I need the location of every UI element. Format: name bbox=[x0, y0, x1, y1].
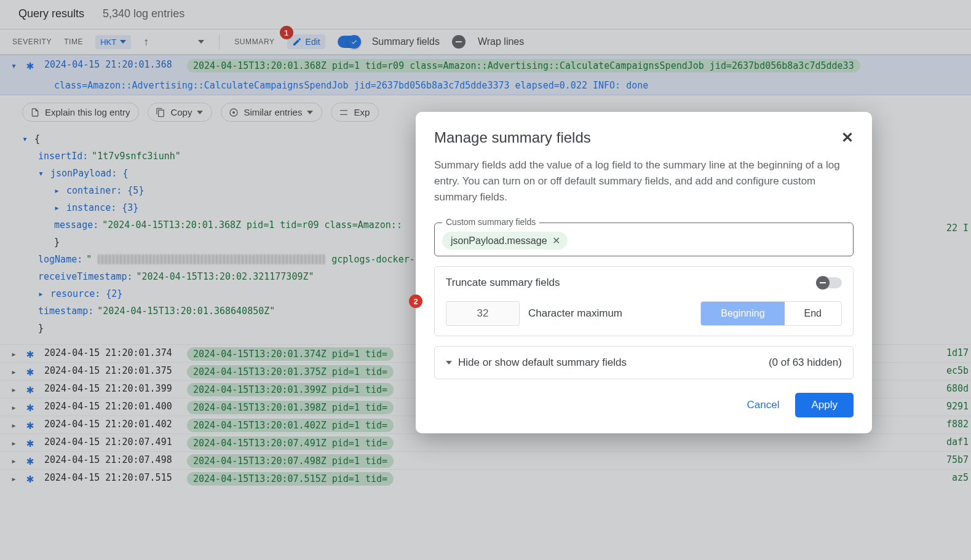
severity-info-icon: ✱ bbox=[25, 365, 36, 376]
step-badge-2: 2 bbox=[409, 294, 422, 308]
copy-button[interactable]: Copy bbox=[148, 103, 212, 122]
expand-button[interactable]: Exp bbox=[331, 103, 379, 122]
expand-row-icon[interactable] bbox=[11, 436, 20, 449]
caret-down-icon bbox=[307, 111, 313, 114]
summary-message-chip: 2024-04-15T13:20:07.498Z pid=1 tid= bbox=[187, 454, 394, 468]
json-key: message: bbox=[54, 216, 98, 234]
edit-label: Edit bbox=[306, 37, 320, 47]
summary-fields-toggle[interactable] bbox=[338, 36, 360, 48]
custom-fields-input[interactable]: Custom summary fields jsonPayload.messag… bbox=[434, 223, 854, 256]
severity-info-icon: ✱ bbox=[25, 454, 36, 465]
col-time: TIME bbox=[64, 37, 83, 46]
timestamp-cell: 2024-04-15 21:20:01.374 bbox=[41, 347, 182, 358]
result-count: 5,340 log entries bbox=[103, 7, 184, 20]
json-value-suffix: gcplogs-docker- bbox=[331, 251, 414, 268]
timestamp-cell: 2024-04-15 21:20:01.368 bbox=[41, 59, 182, 70]
minus-icon bbox=[816, 276, 830, 290]
timestamp-cell: 2024-04-15 21:20:01.375 bbox=[41, 365, 182, 376]
step-badge-1: 1 bbox=[280, 26, 293, 39]
partial-chip: 680d bbox=[946, 383, 969, 394]
remove-chip-icon[interactable]: ✕ bbox=[552, 235, 560, 246]
partial-text: 22 I bbox=[946, 223, 969, 234]
severity-info-icon: ✱ bbox=[25, 472, 36, 483]
caret-down-icon[interactable] bbox=[198, 40, 204, 44]
wrap-lines-off-icon[interactable] bbox=[452, 35, 466, 49]
log-row[interactable]: ✱ 2024-04-15 21:20:07.515 2024-04-15T13:… bbox=[0, 469, 971, 487]
hide-default-card[interactable]: Hide or show default summary fields (0 o… bbox=[434, 346, 854, 379]
log-row[interactable]: ✱ 2024-04-15 21:20:07.498 2024-04-15T13:… bbox=[0, 451, 971, 469]
summary-message-chip: 2024-04-15T13:20:07.515Z pid=1 tid= bbox=[187, 472, 394, 486]
expand-row-icon[interactable] bbox=[11, 454, 20, 467]
end-button[interactable]: End bbox=[785, 302, 841, 325]
similar-label: Similar entries bbox=[244, 107, 302, 117]
expand-label: Exp bbox=[354, 107, 370, 117]
cancel-button[interactable]: Cancel bbox=[747, 399, 780, 411]
collapse-row-icon[interactable] bbox=[11, 59, 20, 71]
char-max-input[interactable] bbox=[446, 301, 520, 326]
json-key: timestamp: bbox=[38, 302, 93, 320]
chip-label: jsonPayload.message bbox=[451, 235, 547, 246]
severity-info-icon: ✱ bbox=[25, 347, 36, 358]
log-row[interactable]: ✱ 2024-04-15 21:20:07.491 2024-04-15T13:… bbox=[0, 433, 971, 451]
close-button[interactable]: ✕ bbox=[841, 129, 854, 146]
expand-icon[interactable] bbox=[38, 285, 47, 302]
edit-summary-button[interactable]: 1 Edit bbox=[287, 34, 325, 49]
beginning-button[interactable]: Beginning bbox=[701, 302, 784, 325]
expand-row-icon[interactable] bbox=[11, 472, 20, 484]
expand-icon[interactable] bbox=[38, 165, 47, 182]
expand-row-icon[interactable] bbox=[11, 401, 20, 413]
summary-message-chip: 2024-04-15T13:20:07.491Z pid=1 tid= bbox=[187, 436, 394, 450]
expand-icon[interactable] bbox=[54, 182, 63, 199]
chevron-down-icon bbox=[446, 361, 452, 365]
hide-label: Hide or show default summary fields bbox=[458, 357, 627, 369]
severity-info-icon: ✱ bbox=[25, 436, 36, 448]
partial-chip: 75b7 bbox=[946, 454, 969, 465]
json-key: instance: {3} bbox=[66, 199, 138, 216]
explain-label: Explain this log entry bbox=[45, 107, 130, 117]
explain-button[interactable]: Explain this log entry bbox=[22, 103, 139, 122]
partial-chip: 1d17 bbox=[946, 347, 969, 358]
json-value: " bbox=[86, 251, 92, 268]
json-value: "2024-04-15T13:20:01.368Z pid=1 tid=r09 … bbox=[102, 216, 402, 234]
json-key: container: {5} bbox=[66, 182, 144, 199]
severity-info-icon: ✱ bbox=[25, 401, 36, 412]
col-summary: SUMMARY bbox=[234, 37, 274, 46]
similar-button[interactable]: Similar entries bbox=[221, 103, 322, 122]
expand-row-icon[interactable] bbox=[11, 419, 20, 431]
expand-icon[interactable] bbox=[22, 130, 31, 148]
truncate-toggle[interactable] bbox=[817, 277, 842, 288]
brace: } bbox=[54, 234, 60, 251]
caret-down-icon bbox=[120, 40, 126, 44]
expand-row-icon[interactable] bbox=[11, 347, 20, 360]
redacted-icon bbox=[98, 254, 325, 264]
divider bbox=[219, 34, 220, 49]
sort-asc-icon[interactable]: ↑ bbox=[143, 36, 149, 49]
truncate-position-segment: Beginning End bbox=[700, 301, 842, 326]
partial-chip: ec5b bbox=[946, 365, 969, 376]
expand-row-icon[interactable] bbox=[11, 365, 20, 377]
timestamp-cell: 2024-04-15 21:20:01.402 bbox=[41, 419, 182, 430]
target-icon bbox=[229, 108, 239, 117]
json-value: "2024-04-15T13:20:02.321177309Z" bbox=[137, 268, 314, 285]
partial-chip: f882 bbox=[946, 419, 969, 430]
page-title: Query results bbox=[18, 7, 84, 20]
log-row-expanded: ✱ 2024-04-15 21:20:01.368 2024-04-15T13:… bbox=[0, 55, 971, 95]
field-chip[interactable]: jsonPayload.message ✕ bbox=[442, 232, 568, 250]
expand-icon[interactable] bbox=[54, 199, 63, 216]
manage-summary-dialog: 2 Manage summary fields ✕ Summary fields… bbox=[416, 112, 872, 433]
copy-label: Copy bbox=[170, 107, 192, 117]
summary-fields-label: Summary fields bbox=[372, 36, 440, 47]
summary-message-chip: 2024-04-15T13:20:01.399Z pid=1 tid= bbox=[187, 383, 394, 396]
summary-second-line: class=Amazon::Advertising::CalculateCamp… bbox=[11, 80, 965, 91]
summary-message-chip: 2024-04-15T13:20:01.375Z pid=1 tid= bbox=[187, 365, 394, 379]
partial-chip: 9291 bbox=[946, 401, 969, 412]
apply-button[interactable]: Apply bbox=[795, 393, 854, 417]
severity-info-icon: ✱ bbox=[25, 419, 36, 430]
expand-row-icon[interactable] bbox=[11, 383, 20, 395]
timezone-chip[interactable]: HKT bbox=[95, 35, 131, 49]
pencil-icon bbox=[292, 37, 302, 47]
char-max-label: Character maximum bbox=[528, 307, 622, 320]
col-severity: SEVERITY bbox=[12, 37, 52, 46]
severity-info-icon: ✱ bbox=[25, 383, 36, 394]
timestamp-cell: 2024-04-15 21:20:07.491 bbox=[41, 436, 182, 448]
